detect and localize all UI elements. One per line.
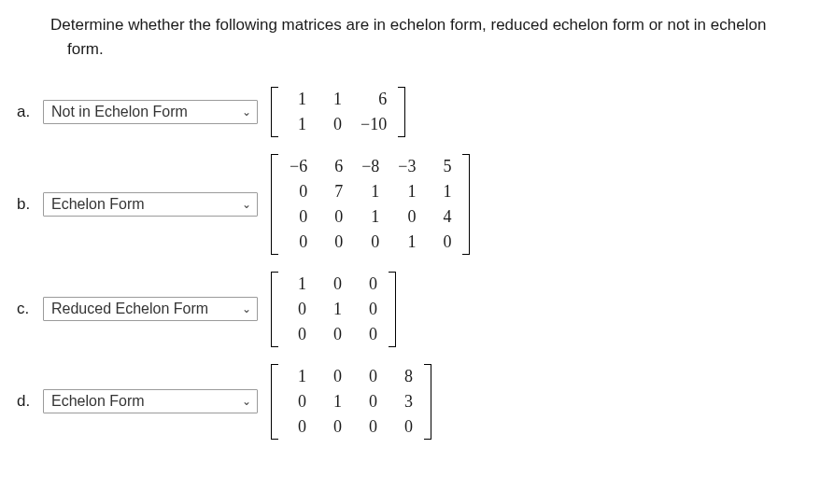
matrix-cell: −3 (389, 154, 425, 179)
matrix-cell: 1 (425, 179, 460, 204)
question-row-2: c.Reduced Echelon Form⌄100010000 (17, 272, 803, 347)
matrix-cell: −6 (280, 154, 317, 179)
matrix-cell: 7 (317, 179, 352, 204)
question-label: b. (17, 195, 39, 214)
chevron-down-icon: ⌄ (240, 395, 253, 408)
matrix-cell: 0 (316, 272, 351, 297)
matrix-cell: 1 (280, 272, 316, 297)
matrix-cell: −10 (351, 112, 396, 137)
matrix-cell: 4 (425, 204, 460, 230)
matrix-cell: 0 (317, 204, 352, 230)
matrix-cell: 1 (316, 87, 351, 112)
matrix-cell: 0 (387, 414, 422, 440)
matrix: 11610−10 (271, 87, 405, 137)
matrix-cell: 0 (389, 204, 425, 230)
question-row-1: b.Echelon Form⌄−66−8−35071110010400010 (17, 154, 803, 255)
matrix-cell: 1 (389, 230, 425, 255)
matrix-cell: 1 (280, 87, 316, 112)
matrix: −66−8−35071110010400010 (271, 154, 470, 255)
matrix-cell: 0 (351, 389, 387, 414)
matrix-cell: 0 (425, 230, 460, 255)
matrix-cell: 0 (280, 204, 317, 230)
select-value: Reduced Echelon Form (48, 301, 208, 317)
matrix-cell: −8 (352, 154, 389, 179)
matrix-cell: 0 (351, 297, 387, 322)
instruction-text: Determine whether the following matrices… (17, 13, 803, 63)
echelon-form-select[interactable]: Reduced Echelon Form⌄ (43, 297, 258, 321)
matrix-cell: 6 (317, 154, 352, 179)
echelon-form-select[interactable]: Echelon Form⌄ (43, 192, 258, 217)
matrix-cell: 1 (352, 204, 389, 230)
matrix-cell: 0 (280, 414, 316, 440)
matrix-cell: 6 (351, 87, 396, 112)
matrix-cell: 5 (425, 154, 460, 179)
question-row-3: d.Echelon Form⌄100801030000 (17, 364, 803, 440)
matrix-cell: 0 (351, 414, 387, 440)
select-value: Not in Echelon Form (48, 104, 188, 120)
matrix-cell: 0 (351, 322, 387, 347)
matrix-cell: 0 (280, 230, 317, 255)
matrix-cell: 0 (316, 364, 351, 389)
matrix-cell: 0 (317, 230, 352, 255)
matrix-cell: 0 (316, 414, 351, 440)
matrix-cell: 0 (351, 364, 387, 389)
chevron-down-icon: ⌄ (240, 198, 253, 211)
question-label: d. (17, 392, 39, 411)
matrix-cell: 8 (387, 364, 422, 389)
echelon-form-select[interactable]: Not in Echelon Form⌄ (43, 100, 258, 124)
question-row-0: a.Not in Echelon Form⌄11610−10 (17, 87, 803, 137)
matrix-cell: 3 (387, 389, 422, 414)
echelon-form-select[interactable]: Echelon Form⌄ (43, 389, 258, 413)
matrix-cell: 1 (389, 179, 425, 204)
question-label: c. (17, 300, 39, 318)
matrix-cell: 1 (316, 389, 351, 414)
matrix-cell: 0 (280, 179, 317, 204)
matrix-cell: 0 (316, 112, 351, 137)
matrix: 100801030000 (271, 364, 431, 440)
chevron-down-icon: ⌄ (240, 105, 253, 119)
matrix-cell: 1 (316, 297, 351, 322)
select-value: Echelon Form (48, 196, 145, 213)
matrix-cell: 1 (280, 364, 316, 389)
question-label: a. (17, 103, 39, 121)
matrix: 100010000 (271, 272, 396, 347)
matrix-cell: 1 (352, 179, 389, 204)
matrix-cell: 0 (280, 389, 316, 414)
chevron-down-icon: ⌄ (240, 302, 253, 315)
matrix-cell: 0 (280, 322, 316, 347)
matrix-cell: 0 (280, 297, 316, 322)
matrix-cell: 0 (316, 322, 351, 347)
matrix-cell: 1 (280, 112, 316, 137)
select-value: Echelon Form (48, 393, 145, 410)
matrix-cell: 0 (351, 272, 387, 297)
matrix-cell: 0 (352, 230, 389, 255)
